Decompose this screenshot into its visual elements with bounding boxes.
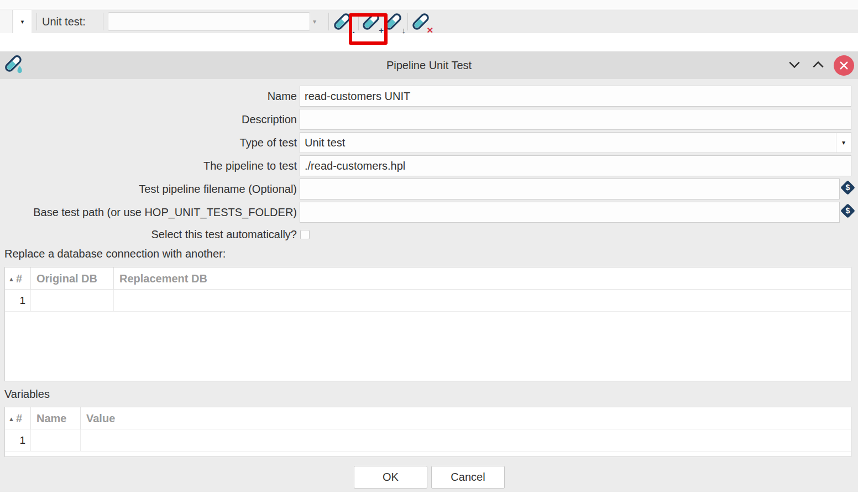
- variable-value-cell[interactable]: [81, 429, 851, 451]
- type-of-test-label: Type of test: [0, 132, 297, 153]
- select-automatically-checkbox[interactable]: [300, 230, 310, 239]
- combo-arrow-icon[interactable]: ▾: [313, 10, 316, 33]
- variable-row-number: 1: [5, 429, 31, 451]
- original-db-cell[interactable]: [31, 290, 114, 311]
- base-test-path-label: Base test path (or use HOP_UNIT_TESTS_FO…: [0, 202, 297, 223]
- type-of-test-dropdown-icon[interactable]: ▾: [836, 132, 851, 153]
- delete-x-icon: ✕: [426, 26, 433, 34]
- delete-unit-test-button[interactable]: ✕: [411, 12, 432, 33]
- toolbar-dropdown-button[interactable]: ▾: [13, 10, 32, 33]
- base-test-path-field[interactable]: [300, 202, 840, 223]
- detach-unit-test-button[interactable]: ↓: [384, 12, 405, 33]
- unit-test-combo[interactable]: [108, 12, 310, 31]
- dialog-header: Pipeline Unit Test: [0, 51, 858, 79]
- dialog-title: Pipeline Unit Test: [0, 51, 858, 79]
- unit-test-label: Unit test:: [42, 10, 86, 33]
- edit-dots-icon: ..: [350, 26, 355, 34]
- chevron-up-icon[interactable]: [809, 56, 828, 75]
- separator: [328, 13, 329, 30]
- description-field[interactable]: [300, 109, 851, 130]
- top-strip: [0, 0, 858, 9]
- pipeline-to-test-field[interactable]: [300, 155, 851, 176]
- pipeline-to-test-label: The pipeline to test: [0, 155, 297, 176]
- variables-table-row: 1: [5, 429, 851, 452]
- separator: [407, 13, 408, 30]
- sort-caret-icon: ▲: [8, 416, 14, 422]
- sort-caret-icon: ▲: [8, 276, 14, 282]
- edit-unit-test-button[interactable]: ..: [333, 12, 354, 33]
- chevron-down-icon[interactable]: [785, 56, 804, 75]
- original-db-header[interactable]: Original DB: [31, 267, 114, 289]
- db-table-header: ▲# Original DB Replacement DB: [5, 267, 851, 290]
- replacement-db-header[interactable]: Replacement DB: [114, 267, 851, 289]
- unit-test-toolbar: ▾ Unit test: ▾ .. + ↓ ✕: [0, 10, 858, 33]
- variable-dollar-icon[interactable]: $: [841, 204, 855, 218]
- name-field[interactable]: [300, 86, 851, 107]
- select-automatically-label: Select this test automatically?: [0, 224, 297, 245]
- variables-num-header[interactable]: ▲#: [5, 407, 31, 429]
- db-num-header[interactable]: ▲#: [5, 267, 31, 289]
- db-replace-section-label: Replace a database connection with anoth…: [4, 248, 226, 260]
- variables-section-label: Variables: [4, 388, 50, 401]
- db-table-row: 1: [5, 290, 851, 312]
- replacement-db-cell[interactable]: [114, 290, 851, 311]
- description-label: Description: [0, 109, 297, 130]
- variable-name-cell[interactable]: [31, 429, 81, 451]
- name-label: Name: [0, 86, 297, 107]
- type-of-test-combo[interactable]: [300, 132, 851, 153]
- variable-dollar-icon[interactable]: $: [841, 181, 855, 195]
- variable-value-header[interactable]: Value: [81, 407, 851, 429]
- separator: [103, 13, 103, 30]
- separator: [358, 13, 359, 30]
- app-window: ▾ Unit test: ▾ .. + ↓ ✕ P: [0, 0, 858, 504]
- variables-table: ▲# Name Value 1: [4, 407, 851, 457]
- test-pipeline-filename-label: Test pipeline filename (Optional): [0, 179, 297, 200]
- toolbar-corner: [0, 10, 13, 33]
- variables-table-header: ▲# Name Value: [5, 407, 851, 429]
- ok-button[interactable]: OK: [354, 466, 427, 489]
- test-pipeline-filename-field[interactable]: [300, 179, 840, 200]
- plus-icon: +: [379, 26, 384, 34]
- separator: [36, 13, 37, 30]
- cancel-button[interactable]: Cancel: [431, 466, 505, 489]
- close-icon[interactable]: [834, 55, 854, 76]
- db-row-number: 1: [5, 290, 31, 311]
- db-replace-table: ▲# Original DB Replacement DB 1: [4, 267, 851, 381]
- create-unit-test-button[interactable]: +: [362, 12, 383, 33]
- arrow-down-icon: ↓: [402, 26, 406, 34]
- variable-name-header[interactable]: Name: [31, 407, 81, 429]
